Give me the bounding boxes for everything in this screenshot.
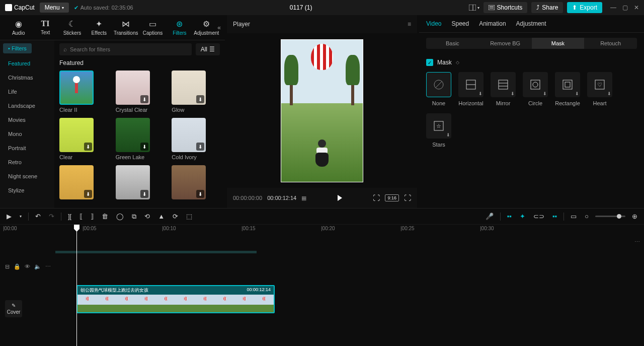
track-lock-icon[interactable]: 🔒 (14, 263, 21, 270)
zoom-fit[interactable]: ⊕ (630, 211, 639, 222)
aspect-ratio[interactable]: 9:16 (385, 194, 399, 201)
search-input[interactable] (70, 46, 188, 52)
cat-mono[interactable]: Mono (3, 127, 51, 141)
mask-checkbox[interactable]: ✓ (426, 59, 433, 66)
mask-none[interactable]: None (426, 72, 451, 106)
filter-item[interactable]: ⬇Glow (172, 71, 220, 113)
marker-tool[interactable]: ◯ (115, 211, 125, 222)
tab-captions[interactable]: ▭Captions (139, 18, 166, 37)
mask-circle[interactable]: ⬇Circle (523, 72, 548, 106)
cat-movies[interactable]: Movies (3, 113, 51, 127)
search-box[interactable]: ⌕ (59, 43, 192, 55)
tab-video[interactable]: Video (426, 20, 441, 27)
filter-item[interactable]: ⬇Crystal Clear (116, 71, 164, 113)
export-button[interactable]: ⬆ Export (567, 2, 602, 13)
filter-item[interactable]: ⬇ (59, 165, 108, 201)
subtab-basic[interactable]: Basic (426, 38, 479, 49)
tab-text[interactable]: TIText (32, 18, 58, 37)
video-clip[interactable]: 朝公园热气球模型上跑过去的女孩 00:00:12:14 (76, 285, 275, 313)
tab-adjustment[interactable]: ⚙Adjustment (193, 18, 220, 37)
search-icon: ⌕ (63, 46, 67, 53)
tab-speed[interactable]: Speed (451, 20, 469, 27)
cat-featured[interactable]: Featured (3, 56, 51, 71)
magnet-tool[interactable]: ▪▪ (506, 211, 513, 222)
cat-life[interactable]: Life (3, 85, 51, 99)
track-visibility-icon[interactable]: 👁 (25, 263, 30, 270)
cover-button[interactable]: ✎ Cover (5, 300, 22, 317)
snap-tool[interactable]: ✦ (518, 211, 527, 222)
filter-item[interactable]: Clear II (59, 71, 108, 113)
player-viewport[interactable] (227, 33, 417, 188)
mic-tool[interactable]: 🎤 (484, 211, 495, 222)
filter-item[interactable]: ⬇Cold Ivory (172, 118, 220, 160)
subtab-retouch[interactable]: Retouch (584, 38, 637, 49)
window-controls: — ▢ ✕ (610, 4, 639, 11)
align-tool[interactable]: ▪▪ (551, 211, 558, 222)
tab-filters[interactable]: ⊛Filters (166, 18, 193, 37)
crop-tool[interactable]: ⬚ (185, 211, 194, 222)
keyframe-icon[interactable]: ◇ (456, 60, 459, 65)
delete-tool[interactable]: 🗑 (100, 211, 110, 222)
close-button[interactable]: ✕ (634, 4, 639, 11)
cat-stylize[interactable]: Stylize (3, 183, 51, 197)
cat-retro[interactable]: Retro (3, 155, 51, 169)
track-collapse-icon[interactable]: ⊟ (5, 263, 10, 270)
rotate-tool[interactable]: ⟳ (171, 211, 180, 222)
compare-icon[interactable]: ▦ (301, 195, 306, 201)
tab-animation[interactable]: Animation (479, 20, 506, 27)
tab-adjustment[interactable]: Adjustment (516, 20, 546, 27)
play-button[interactable] (338, 195, 342, 201)
zoom-out[interactable]: ○ (583, 211, 590, 222)
mask-heart[interactable]: ♡⬇Heart (587, 72, 612, 106)
cat-portrait[interactable]: Portrait (3, 141, 51, 155)
filter-item[interactable]: ⬇ (172, 165, 220, 201)
mirror-tool[interactable]: ▲ (156, 211, 166, 222)
fullscreen-icon[interactable]: ⛶ (404, 194, 411, 202)
playhead[interactable] (76, 225, 77, 346)
crop-icon[interactable]: ⛶ (373, 194, 380, 202)
zoom-slider[interactable] (595, 216, 625, 217)
link-tool[interactable]: ⊂⊃ (532, 211, 546, 222)
cat-christmas[interactable]: Christmas (3, 71, 51, 85)
mask-stars[interactable]: ☆⬇Stars (426, 113, 451, 148)
filter-item[interactable]: ⬇ (116, 165, 164, 201)
maximize-button[interactable]: ▢ (622, 4, 628, 11)
track-options-icon[interactable]: ⋯ (634, 239, 640, 245)
filter-item[interactable]: ⬇Green Lake (116, 118, 164, 160)
menu-button[interactable]: Menu▾ (40, 3, 69, 13)
trim-left-tool[interactable]: ⟦ (78, 211, 84, 222)
mask-horizontal[interactable]: ⬇Horizontal (458, 72, 484, 106)
all-filter-button[interactable]: All ☰ (196, 43, 220, 55)
track-more-icon[interactable]: ⋯ (45, 263, 51, 270)
pointer-dropdown[interactable]: ▾ (18, 213, 23, 220)
mask-mirror[interactable]: ⬇Mirror (491, 72, 516, 106)
pointer-tool[interactable]: ▶ (5, 211, 13, 222)
copy-tool[interactable]: ⧉ (130, 211, 138, 222)
reverse-tool[interactable]: ⟲ (143, 211, 151, 222)
preview-tool[interactable]: ▭ (569, 211, 578, 222)
share-button[interactable]: ⤴ Share (531, 2, 563, 13)
undo-button[interactable]: ↶ (34, 211, 42, 222)
minimize-button[interactable]: — (610, 4, 616, 11)
subtab-mask[interactable]: Mask (532, 38, 585, 49)
tab-stickers[interactable]: ☾Stickers (59, 18, 86, 37)
share-icon: ⤴ (536, 4, 539, 11)
filter-item[interactable]: ⬇Clear (59, 118, 108, 160)
cat-night-scene[interactable]: Night scene (3, 169, 51, 183)
tab-effects[interactable]: ✦Effects (86, 18, 112, 37)
tab-transitions[interactable]: ⋈Transitions (113, 18, 139, 37)
cat-landscape[interactable]: Landscape (3, 99, 51, 113)
collapse-panel-icon[interactable]: « (217, 24, 221, 31)
trim-right-tool[interactable]: ⟧ (89, 211, 95, 222)
layout-toggle[interactable]: ▾ (469, 5, 479, 11)
track-mute-icon[interactable]: 🔈 (34, 263, 41, 270)
tab-audio[interactable]: ◉Audio (5, 18, 32, 37)
timeline-tracks[interactable]: 朝公园热气球模型上跑过去的女孩 00:00:12:14 (55, 235, 644, 346)
split-tool[interactable]: ]​[ (66, 211, 73, 222)
redo-button[interactable]: ↷ (47, 211, 56, 222)
subtab-remove-bg[interactable]: Remove BG (479, 38, 532, 49)
player-menu-icon[interactable]: ≡ (408, 21, 411, 28)
shortcuts-button[interactable]: Shortcuts (484, 2, 528, 13)
timeline-ruler[interactable]: |00:00 |00:05 |00:10 |00:15 |00:20 |00:2… (0, 225, 644, 235)
mask-rectangle[interactable]: ⬇Rectangle (555, 72, 580, 106)
